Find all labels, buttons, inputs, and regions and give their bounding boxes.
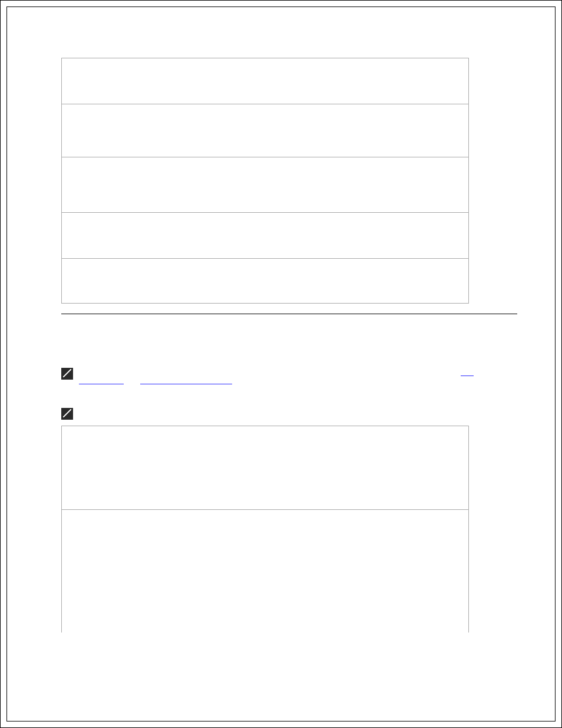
- table-row: [62, 157, 469, 213]
- table-1-wrapper: [61, 58, 469, 304]
- link-trailing[interactable]: [461, 368, 474, 376]
- table-row: [62, 104, 469, 157]
- note-1-body: [79, 368, 468, 384]
- horizontal-rule: [61, 314, 517, 314]
- table-2: [61, 426, 469, 633]
- table-row: [62, 510, 469, 633]
- table-row: [62, 259, 469, 304]
- link-segment[interactable]: [79, 376, 124, 384]
- table-row: [62, 426, 469, 510]
- note-2: [61, 408, 469, 420]
- note-1: [61, 368, 469, 384]
- pencil-icon: [61, 368, 73, 380]
- table-1: [61, 58, 469, 304]
- table-row: [62, 58, 469, 104]
- link-segment[interactable]: [140, 376, 232, 384]
- pencil-icon: [61, 408, 73, 420]
- table-row: [62, 213, 469, 259]
